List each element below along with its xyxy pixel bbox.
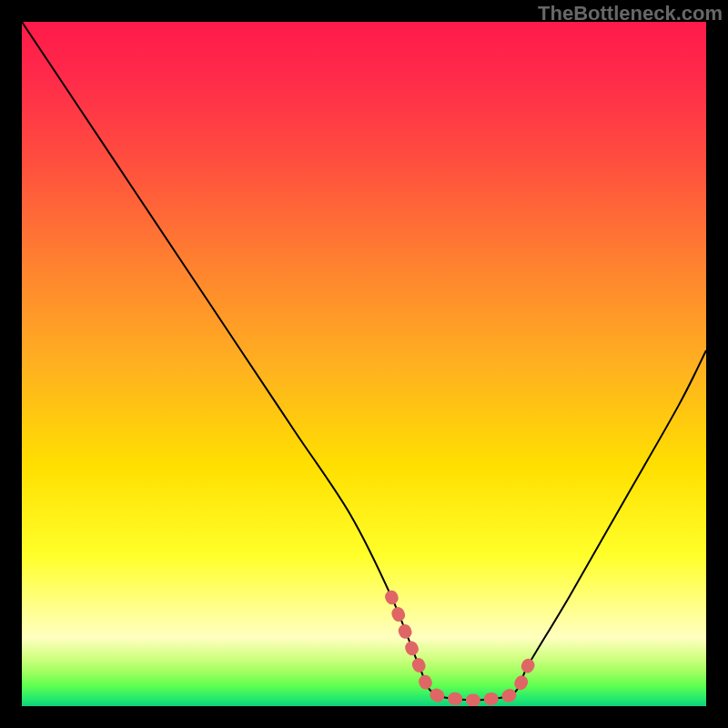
bottleneck-curve	[22, 22, 706, 700]
attribution-label: TheBottleneck.com	[538, 2, 723, 25]
curve-layer	[22, 22, 706, 706]
bottleneck-chart: TheBottleneck.com	[0, 0, 728, 728]
plot-area	[22, 22, 706, 706]
optimal-region-markers	[391, 597, 528, 701]
